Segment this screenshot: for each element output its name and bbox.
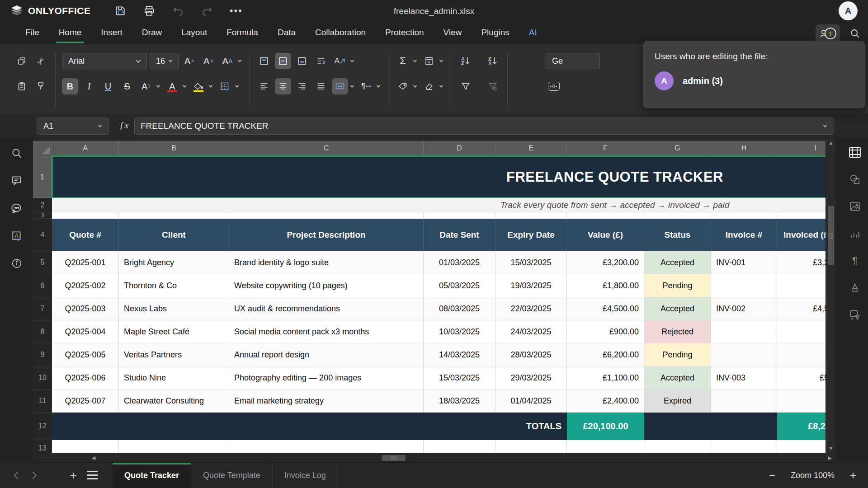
row-header[interactable]: 10 <box>33 366 52 389</box>
cell-name-box[interactable]: A1 <box>37 117 109 135</box>
cell-date-sent[interactable]: 18/03/2025 <box>424 389 495 413</box>
cell-description[interactable]: Brand identity & logo suite <box>229 251 424 274</box>
scroll-up-icon[interactable]: ▲ <box>827 139 835 146</box>
header-cell[interactable]: Status <box>644 219 711 251</box>
cell-expiry[interactable]: 01/04/2025 <box>495 389 567 413</box>
column-header[interactable]: D <box>424 141 495 155</box>
row-header[interactable]: 4 <box>33 219 52 251</box>
row-header[interactable]: 9 <box>33 343 52 366</box>
align-center-button[interactable] <box>275 78 291 94</box>
sheet-nav-next-icon[interactable] <box>28 469 41 482</box>
title-cell[interactable]: FREELANCE QUOTE TRACKER <box>52 156 835 198</box>
sheet-list-icon[interactable] <box>87 471 98 480</box>
cell-invoice-num[interactable] <box>711 343 777 366</box>
fill-chevron[interactable] <box>439 58 443 62</box>
align-bottom-button[interactable] <box>294 53 310 69</box>
font-size-select[interactable]: 16 <box>150 53 179 69</box>
filter-button[interactable] <box>458 78 474 94</box>
cell-quote[interactable]: Q2025-002 <box>52 274 119 297</box>
cell-expiry[interactable]: 28/03/2025 <box>495 343 567 366</box>
row-header[interactable]: 2 <box>33 198 52 212</box>
cell-description[interactable]: Social media content pack x3 months <box>229 320 424 343</box>
cell-client[interactable]: Clearwater Consulting <box>119 389 229 413</box>
chart-settings-icon[interactable] <box>847 226 863 241</box>
merge-center-button[interactable] <box>332 78 348 94</box>
cell-description[interactable]: Annual report design <box>229 343 424 366</box>
spreadsheet-grid[interactable]: A B C D E F G H I 1 2 3 4 5 6 7 8 9 10 1… <box>33 138 835 453</box>
cell-status[interactable]: Pending <box>644 274 711 297</box>
clear-button[interactable] <box>421 78 437 94</box>
increase-font-button[interactable]: A˄ <box>181 53 198 69</box>
column-header[interactable]: F <box>567 141 644 155</box>
redo-icon[interactable] <box>201 5 213 17</box>
change-case-button[interactable]: AA <box>219 53 236 69</box>
menu-tab-home[interactable]: Home <box>58 23 83 43</box>
cell-client[interactable]: Bright Agency <box>119 251 229 274</box>
cell-client[interactable]: Veritas Partners <box>119 343 229 366</box>
cell-expiry[interactable]: 22/03/2025 <box>495 297 567 320</box>
cell-expiry[interactable]: 15/03/2025 <box>495 251 567 274</box>
editing-users-button[interactable]: 1 <box>816 24 840 42</box>
search-icon[interactable] <box>847 26 863 41</box>
menu-tab-formula[interactable]: Formula <box>226 23 259 43</box>
cell-invoice-num[interactable]: INV-003 <box>711 366 777 389</box>
menu-tab-plugins[interactable]: Plugins <box>480 23 510 43</box>
format-painter-button[interactable] <box>33 78 49 94</box>
row-header[interactable]: 7 <box>33 297 52 320</box>
cell-description[interactable]: UX audit & recommendations <box>229 297 424 320</box>
fill-color-chevron[interactable] <box>209 84 212 87</box>
menu-tab-insert[interactable]: Insert <box>100 23 123 43</box>
number-format-select[interactable]: Ge <box>546 53 600 69</box>
copy-button[interactable] <box>14 53 30 69</box>
vertical-scroll-thumb[interactable] <box>828 206 834 265</box>
subtitle-cell[interactable]: Track every quote from sent → accepted →… <box>52 198 835 212</box>
cell-quote[interactable]: Q2025-006 <box>52 366 119 389</box>
borders-button[interactable] <box>217 78 233 94</box>
menu-tab-file[interactable]: File <box>24 23 40 43</box>
underline-button[interactable]: U <box>100 78 116 94</box>
cell-invoice-num[interactable]: INV-002 <box>711 297 777 320</box>
cell-status[interactable]: Accepted <box>644 251 711 274</box>
menu-tab-collaboration[interactable]: Collaboration <box>314 23 367 43</box>
sheet-tab-quote-tracker[interactable]: Quote Tracker <box>113 463 191 488</box>
cell-invoice-num[interactable] <box>711 320 777 343</box>
find-icon[interactable] <box>9 145 24 161</box>
image-settings-icon[interactable] <box>847 199 863 214</box>
sheet-tab-quote-template[interactable]: Quote Template <box>191 463 273 488</box>
row-header[interactable]: 3 <box>33 212 52 219</box>
cell-date-sent[interactable]: 08/03/2025 <box>424 297 495 320</box>
font-name-select[interactable]: Arial <box>62 53 147 69</box>
align-middle-button[interactable] <box>275 53 291 69</box>
sort-ascending-button[interactable]: AZ <box>458 53 474 69</box>
cut-button[interactable]: ✂ <box>33 53 49 69</box>
cell-client[interactable]: Maple Street Café <box>119 320 229 343</box>
cell-client[interactable]: Thornton & Co <box>119 274 229 297</box>
cell-invoice-num[interactable] <box>711 389 777 413</box>
blank-row[interactable] <box>52 212 835 219</box>
info-icon[interactable] <box>9 256 24 271</box>
merge-chevron[interactable] <box>350 84 354 87</box>
menu-tab-layout[interactable]: Layout <box>180 23 208 43</box>
row-header[interactable]: 11 <box>33 389 52 413</box>
horizontal-scrollbar[interactable]: ◀ ▶ <box>33 453 835 463</box>
cell-value[interactable]: £1,800.00 <box>567 274 644 297</box>
row-header[interactable]: 8 <box>33 320 52 343</box>
user-avatar[interactable]: A <box>839 1 858 20</box>
cell-description[interactable]: Photography editing — 200 images <box>229 366 424 389</box>
cell-date-sent[interactable]: 05/03/2025 <box>424 274 495 297</box>
cell-description[interactable]: Email marketing strategy <box>229 389 424 413</box>
scroll-left-icon[interactable]: ◀ <box>90 454 97 461</box>
slicer-settings-icon[interactable] <box>847 307 863 323</box>
cell-quote[interactable]: Q2025-003 <box>52 297 119 320</box>
header-cell[interactable]: Invoice # <box>711 219 777 251</box>
column-header[interactable]: G <box>644 141 711 155</box>
strikethrough-button[interactable]: S <box>119 78 135 94</box>
column-header[interactable]: C <box>229 141 424 155</box>
row-header[interactable]: 13 <box>33 440 52 453</box>
fill-down-button[interactable] <box>421 53 437 69</box>
text-orientation-button[interactable]: A <box>332 53 348 69</box>
accounting-style-button[interactable]: •0• <box>546 78 562 94</box>
cell-date-sent[interactable]: 10/03/2025 <box>424 320 495 343</box>
cell-value[interactable]: £900.00 <box>567 320 644 343</box>
more-actions-icon[interactable]: ••• <box>230 5 242 17</box>
